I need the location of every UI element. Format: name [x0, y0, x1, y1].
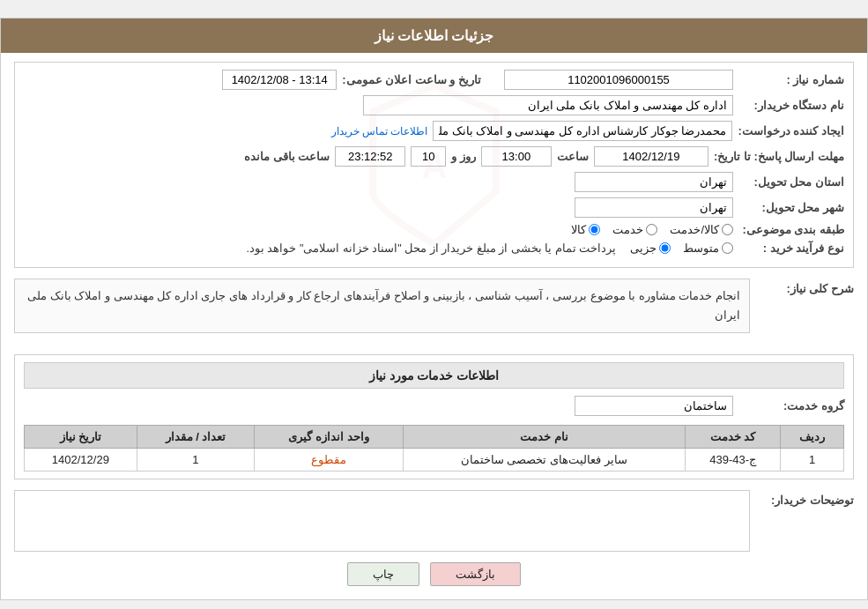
creator-row: ایجاد کننده درخواست: اطلاعات تماس خریدار — [24, 121, 844, 141]
cell-date: 1402/12/29 — [25, 449, 137, 472]
services-table: ردیف کد خدمت نام خدمت واحد اندازه گیری ت… — [24, 425, 844, 472]
order-number-input[interactable] — [504, 70, 733, 90]
org-row: نام دستگاه خریدار: — [24, 95, 844, 115]
btn-row: بازگشت چاپ — [14, 562, 854, 586]
process-radio-group: متوسط جزیی — [630, 241, 733, 255]
col-name: نام خدمت — [403, 426, 685, 449]
category-label-khedmat: خدمت — [612, 223, 643, 236]
process-label: نوع فرآیند خرید : — [738, 241, 844, 255]
order-number-label: شماره نیاز : — [738, 73, 844, 86]
col-code: کد خدمت — [685, 426, 781, 449]
date-input[interactable] — [222, 70, 337, 90]
process-label-jozii: جزیی — [630, 241, 657, 255]
creator-label: ایجاد کننده درخواست: — [738, 124, 844, 137]
province-label: استان محل تحویل: — [738, 175, 844, 189]
group-row: گروه خدمت: — [24, 396, 844, 416]
category-row: طبقه بندی موضوعی: کالا/خدمت خدمت کالا — [24, 223, 844, 236]
process-radio-jozii[interactable] — [659, 242, 671, 254]
process-label-motavaset: متوسط — [683, 241, 719, 255]
cell-quantity: 1 — [137, 449, 255, 472]
col-quantity: تعداد / مقدار — [137, 426, 255, 449]
group-input[interactable] — [575, 396, 733, 416]
col-date: تاریخ نیاز — [25, 426, 137, 449]
process-note: پرداخت تمام یا بخشی از مبلغ خریدار از مح… — [247, 241, 617, 255]
category-radio-kala-khedmat[interactable] — [722, 224, 733, 235]
org-label: نام دستگاه خریدار: — [738, 99, 844, 112]
col-unit: واحد اندازه گیری — [255, 426, 403, 449]
deadline-date-input[interactable] — [594, 146, 708, 167]
category-radio-khedmat[interactable] — [646, 224, 657, 235]
services-section: اطلاعات خدمات مورد نیاز گروه خدمت: ردیف … — [14, 354, 854, 479]
print-button[interactable]: چاپ — [347, 562, 419, 586]
buyer-desc-label: توضیحات خریدار: — [757, 494, 854, 507]
deadline-hours-input[interactable] — [335, 146, 405, 167]
category-radio-kala[interactable] — [589, 224, 600, 235]
deadline-time-label: ساعت — [557, 150, 589, 163]
province-input[interactable] — [575, 172, 733, 192]
description-box: انجام خدمات مشاوره با موضوع بررسی ، آسیب… — [14, 279, 750, 333]
buyer-desc-section: توضیحات خریدار: — [14, 490, 854, 552]
contact-link[interactable]: اطلاعات تماس خریدار — [331, 125, 428, 137]
deadline-label: مهلت ارسال پاسخ: تا تاریخ: — [714, 150, 844, 163]
category-option-kala[interactable]: کالا — [571, 223, 600, 236]
deadline-hours-label: ساعت باقی مانده — [244, 150, 330, 163]
city-label: شهر محل تحویل: — [738, 201, 844, 214]
buyer-desc-textarea[interactable] — [14, 490, 750, 552]
description-text: انجام خدمات مشاوره با موضوع بررسی ، آسیب… — [27, 289, 740, 322]
table-row: 1 ج-43-439 سایر فعالیت‌های تخصصی ساختمان… — [25, 449, 844, 472]
city-row: شهر محل تحویل: — [24, 197, 844, 218]
order-date-row: شماره نیاز : تاریخ و ساعت اعلان عمومی: — [24, 70, 844, 90]
deadline-time-input[interactable] — [481, 146, 552, 167]
services-section-title: اطلاعات خدمات مورد نیاز — [24, 362, 844, 389]
deadline-remaining-input[interactable] — [411, 146, 446, 167]
org-input[interactable] — [363, 95, 733, 115]
creator-input[interactable] — [433, 121, 732, 141]
category-label-kala-khedmat: کالا/خدمت — [670, 223, 719, 236]
category-radio-group: کالا/خدمت خدمت کالا — [571, 223, 733, 236]
city-input[interactable] — [575, 197, 733, 218]
process-radio-motavaset[interactable] — [722, 242, 733, 254]
process-option-motavaset[interactable]: متوسط — [683, 241, 733, 255]
cell-rownum: 1 — [781, 449, 844, 472]
description-section: شرح کلی نیاز: انجام خدمات مشاوره با موضو… — [14, 279, 854, 344]
category-option-kala-khedmat[interactable]: کالا/خدمت — [670, 223, 733, 236]
category-option-khedmat[interactable]: خدمت — [612, 223, 657, 236]
process-option-jozii[interactable]: جزیی — [630, 241, 671, 255]
page-title: جزئیات اطلاعات نیاز — [375, 28, 494, 43]
col-rownum: ردیف — [781, 426, 844, 449]
table-header-row: ردیف کد خدمت نام خدمت واحد اندازه گیری ت… — [25, 426, 844, 449]
province-row: استان محل تحویل: — [24, 172, 844, 192]
cell-unit: مقطوع — [255, 449, 403, 472]
process-row: نوع فرآیند خرید : متوسط جزیی پرداخت تمام… — [24, 241, 844, 255]
deadline-row: مهلت ارسال پاسخ: تا تاریخ: ساعت روز و سا… — [24, 146, 844, 167]
top-info-section: A شماره نیاز : تاریخ و ساعت اعلان عمومی:… — [14, 62, 854, 268]
description-label: شرح کلی نیاز: — [757, 282, 854, 295]
deadline-day-label: روز و — [451, 150, 476, 163]
category-label-kala: کالا — [571, 223, 586, 236]
back-button[interactable]: بازگشت — [430, 562, 521, 586]
page-wrapper: جزئیات اطلاعات نیاز A شماره نیاز : تاریخ… — [0, 18, 868, 600]
cell-name: سایر فعالیت‌های تخصصی ساختمان — [403, 449, 685, 472]
group-label: گروه خدمت: — [738, 399, 844, 412]
cell-code: ج-43-439 — [685, 449, 781, 472]
category-label: طبقه بندی موضوعی: — [738, 223, 844, 236]
page-header: جزئیات اطلاعات نیاز — [1, 19, 867, 53]
date-label: تاریخ و ساعت اعلان عمومی: — [342, 73, 481, 86]
content-area: A شماره نیاز : تاریخ و ساعت اعلان عمومی:… — [1, 53, 867, 599]
